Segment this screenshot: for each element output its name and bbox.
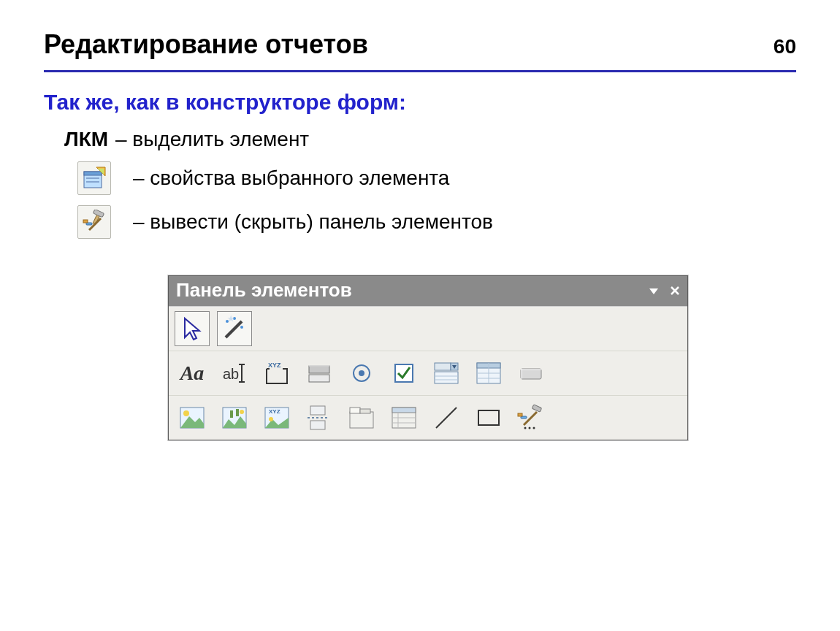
svg-point-57	[269, 417, 273, 421]
toolbox-titlebar[interactable]: Панель элементов	[169, 276, 687, 306]
svg-point-18	[240, 326, 243, 329]
svg-rect-74	[532, 405, 541, 413]
svg-rect-1	[84, 172, 102, 175]
toolbox-row-1	[169, 307, 687, 351]
lmb-desc: – выделить элемент	[115, 128, 309, 151]
toolbox-row-3: XYZ	[169, 395, 687, 440]
label-icon[interactable]: Aa	[175, 356, 210, 391]
svg-text:XYZ: XYZ	[268, 362, 281, 369]
svg-rect-52	[236, 409, 239, 416]
svg-marker-14	[185, 318, 199, 340]
bound-frame-icon[interactable]: XYZ	[259, 400, 294, 435]
command-button-icon[interactable]	[513, 356, 549, 391]
page-title: Редактирование отчетов	[44, 29, 368, 60]
textbox-icon[interactable]: ab	[217, 356, 252, 391]
rectangle-icon[interactable]	[471, 400, 506, 435]
toolbox-toggle-icon	[77, 205, 111, 239]
toolbox-row-2: Aa ab XYZ	[169, 351, 687, 395]
row-lmb: ЛКМ – выделить элемент	[64, 128, 796, 151]
svg-rect-27	[309, 375, 329, 382]
svg-point-30	[359, 370, 364, 376]
page-number: 60	[774, 35, 796, 58]
svg-line-69	[436, 408, 457, 428]
svg-rect-43	[521, 369, 541, 379]
line-icon[interactable]	[429, 400, 464, 435]
properties-desc: – свойства выбранного элемента	[133, 167, 449, 190]
pointer-icon[interactable]	[175, 311, 210, 346]
title-rule	[44, 70, 796, 72]
svg-rect-59	[310, 421, 325, 429]
svg-rect-63	[360, 409, 370, 413]
svg-rect-65	[392, 408, 416, 413]
svg-point-75	[524, 427, 527, 429]
toolbox-panel: Панель элементов	[168, 275, 688, 440]
slide: Редактирование отчетов 60 Так же, как в …	[0, 0, 840, 631]
subform-icon[interactable]	[386, 400, 421, 435]
page-break-icon[interactable]	[302, 400, 337, 435]
svg-point-16	[226, 320, 229, 323]
svg-rect-35	[435, 372, 458, 383]
toolbox-body: Aa ab XYZ	[169, 306, 687, 440]
svg-text:ab: ab	[223, 366, 239, 382]
toolbox-toggle-desc: – вывести (скрыть) панель элементов	[133, 210, 493, 234]
svg-rect-61	[350, 412, 373, 428]
unbound-frame-icon[interactable]	[217, 400, 252, 435]
checkbox-icon[interactable]	[386, 356, 421, 391]
toggle-button-icon[interactable]	[302, 356, 337, 391]
more-tools-icon[interactable]	[513, 400, 549, 435]
svg-rect-58	[310, 406, 325, 415]
list-box-icon[interactable]	[471, 356, 506, 391]
subtitle: Так же, как в конструкторе форм:	[44, 90, 796, 115]
properties-icon	[77, 161, 111, 195]
row-properties: – свойства выбранного элемента	[64, 161, 796, 195]
toolbox-title: Панель элементов	[176, 279, 352, 302]
wizard-icon[interactable]	[217, 311, 252, 346]
tab-control-icon[interactable]	[344, 400, 379, 435]
svg-rect-70	[478, 410, 499, 425]
combo-box-icon[interactable]	[429, 356, 464, 391]
header-row: Редактирование отчетов 60	[44, 29, 796, 64]
svg-rect-26	[309, 366, 329, 373]
svg-rect-72	[518, 413, 522, 416]
svg-line-15	[226, 321, 242, 337]
row-toolbox-toggle: – вывести (скрыть) панель элементов	[64, 205, 796, 239]
option-button-icon[interactable]	[344, 356, 379, 391]
lmb-label: ЛКМ	[64, 128, 115, 151]
toolbox-close-icon[interactable]	[670, 281, 680, 300]
svg-point-77	[533, 427, 535, 429]
svg-rect-31	[395, 364, 413, 382]
group-box-icon[interactable]: XYZ	[259, 356, 294, 391]
svg-point-76	[529, 427, 531, 429]
svg-marker-11	[649, 288, 658, 294]
svg-rect-51	[230, 410, 233, 418]
svg-rect-32	[435, 363, 451, 370]
toolbox-menu-icon[interactable]	[648, 281, 660, 300]
image-icon[interactable]	[175, 400, 210, 435]
svg-rect-7	[83, 220, 88, 223]
svg-text:XYZ: XYZ	[269, 408, 280, 415]
svg-point-48	[183, 410, 189, 416]
svg-point-53	[240, 410, 244, 414]
svg-rect-62	[350, 408, 360, 413]
